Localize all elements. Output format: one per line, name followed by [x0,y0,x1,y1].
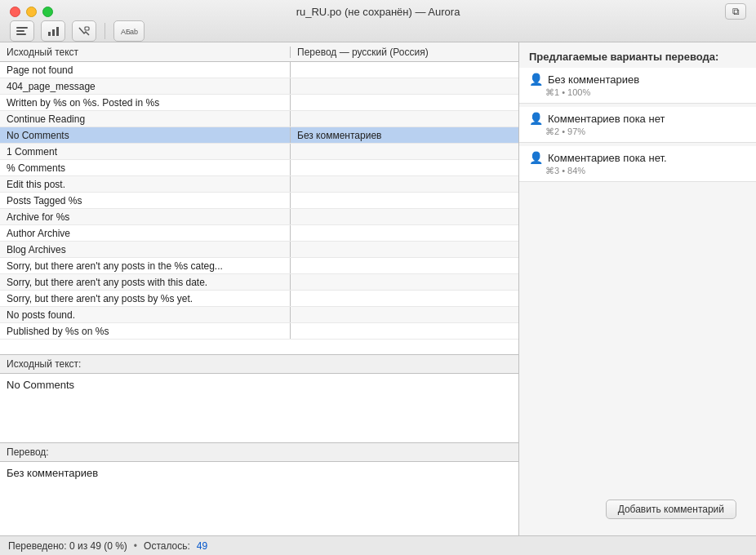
row-source: No Comments [0,127,290,143]
table-row[interactable]: Posts Tagged %s [0,193,518,209]
row-source: Blog Archives [0,242,290,257]
translation-column-header: Перевод — русский (Россия) [290,47,518,58]
row-source: Author Archive [0,225,290,241]
row-translation [290,323,518,339]
suggestion-item[interactable]: 👤Комментариев пока нет.⌘3 • 84% [519,146,756,182]
row-source: No posts found. [0,307,290,322]
suggestion-item[interactable]: 👤Без комментариев⌘1 • 100% [519,68,756,104]
suggestion-item[interactable]: 👤Комментариев пока нет⌘2 • 97% [519,107,756,143]
status-bullet: • [134,540,137,552]
svg-text:ab: ab [130,28,138,36]
translated-count: Переведено: 0 из 49 (0 %) [8,540,127,552]
svg-rect-6 [85,27,89,30]
right-bottom: Добавить комментарий [519,485,756,535]
row-translation: Без комментариев [290,127,518,143]
row-translation [290,78,518,94]
table-row[interactable]: Page not found [0,62,518,78]
row-translation [290,111,518,127]
remaining-label: Осталось: [144,540,190,552]
row-source: Sorry, but there aren't any posts in the… [0,258,290,273]
left-panel: Исходный текст Перевод — русский (Россия… [0,42,519,535]
row-source: Posts Tagged %s [0,193,290,208]
suggestion-text: Комментариев пока нет [548,113,665,125]
row-source: Written by %s on %s. Posted in %s [0,95,290,110]
row-source: Page not found [0,62,290,78]
row-translation [290,225,518,241]
suggestions-header: Предлагаемые варианты перевода: [519,42,756,68]
window-title: ru_RU.po (не сохранён) — Aurora [296,6,460,18]
maximize-button[interactable] [42,7,53,17]
table-row[interactable]: Edit this post. [0,176,518,193]
table-row[interactable]: 1 Comment [0,144,518,160]
row-source: Edit this post. [0,176,290,192]
table-row[interactable]: Sorry, but there aren't any posts by %s … [0,291,518,307]
translation-list[interactable]: Page not found404_page_messageWritten by… [0,62,518,354]
search-toolbar-button[interactable] [72,20,96,42]
minimize-button[interactable] [26,7,37,17]
row-source: Sorry, but there aren't any posts by %s … [0,291,290,306]
svg-rect-1 [16,30,24,32]
svg-rect-0 [16,27,28,29]
row-source: 1 Comment [0,144,290,159]
chart-toolbar-button[interactable] [41,20,65,42]
table-row[interactable]: Published by %s on %s [0,323,518,340]
suggestion-text: Комментариев пока нет. [548,152,667,164]
person-icon: 👤 [529,151,543,164]
table-row[interactable]: Written by %s on %s. Posted in %s [0,95,518,111]
suggestion-text: Без комментариев [548,73,639,86]
table-row[interactable]: No CommentsБез комментариев [0,127,518,144]
row-source: Sorry, but there aren't any posts with t… [0,274,290,290]
source-label: Исходный текст: [0,355,518,374]
table-row[interactable]: Blog Archives [0,242,518,258]
title-bar: ru_RU.po (не сохранён) — Aurora ⧉ [0,0,756,42]
row-source: Published by %s on %s [0,323,290,339]
row-translation [290,209,518,224]
row-translation [290,144,518,159]
status-bar: Переведено: 0 из 49 (0 %) • Осталось: 49 [0,535,756,555]
row-source: % Comments [0,160,290,175]
row-source: 404_page_message [0,78,290,94]
row-source: Archive for %s [0,209,290,224]
toolbar-separator [105,23,105,39]
row-translation [290,193,518,208]
svg-rect-2 [16,33,26,35]
translation-text-input[interactable]: Без комментариев [0,462,518,535]
traffic-lights [10,7,53,17]
source-column-header: Исходный текст [0,47,290,58]
table-row[interactable]: Author Archive [0,225,518,242]
svg-rect-3 [48,32,51,36]
row-translation [290,95,518,110]
row-translation [290,274,518,290]
table-row[interactable]: % Comments [0,160,518,176]
suggestions-list: 👤Без комментариев⌘1 • 100%👤Комментариев … [519,68,756,185]
bottom-editing-area: Исходный текст: No Comments Перевод: Без… [0,354,518,535]
close-button[interactable] [10,7,20,17]
table-row[interactable]: Sorry, but there aren't any posts with t… [0,274,518,291]
svg-rect-5 [56,27,59,36]
suggestion-meta: ⌘2 • 97% [529,127,746,137]
table-row[interactable]: No posts found. [0,307,518,323]
window-split-button[interactable]: ⧉ [725,3,746,20]
remaining-count: 49 [197,540,207,552]
row-translation [290,62,518,78]
translation-label: Перевод: [0,443,518,462]
right-panel: Предлагаемые варианты перевода: 👤Без ком… [519,42,756,535]
row-translation [290,176,518,192]
add-comment-button[interactable]: Добавить комментарий [606,500,736,519]
row-translation [290,258,518,273]
suggestion-meta: ⌘1 • 100% [529,87,746,98]
person-icon: 👤 [529,73,543,86]
row-translation [290,242,518,257]
table-row[interactable]: 404_page_message [0,78,518,95]
row-source: Continue Reading [0,111,290,127]
table-row[interactable]: Continue Reading [0,111,518,127]
row-translation [290,291,518,306]
svg-rect-4 [52,29,55,36]
translate-toolbar-button[interactable]: АБ ab [113,20,145,42]
row-translation [290,307,518,322]
suggestion-meta: ⌘3 • 84% [529,166,746,176]
table-row[interactable]: Sorry, but there aren't any posts in the… [0,258,518,274]
table-row[interactable]: Archive for %s [0,209,518,225]
edit-toolbar-button[interactable] [10,20,34,42]
person-icon: 👤 [529,112,543,125]
